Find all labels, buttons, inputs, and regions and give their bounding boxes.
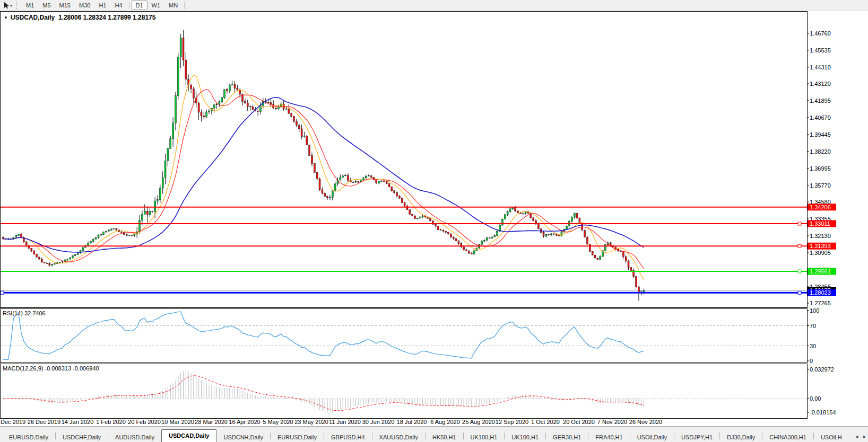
chart-tab-fra40-h1[interactable]: FRA40,H1	[588, 432, 629, 442]
cursor-tool-button[interactable]: ▾	[0, 1, 14, 10]
pane-borders	[1, 12, 808, 419]
date-axis: 7 Dec 201926 Dec 201914 Jan 20201 Feb 20…	[0, 419, 662, 425]
chart-title-text: USDCAD,Daily 1.28006 1.28324 1.27899 1.2…	[11, 14, 156, 21]
chart-tab-hk50-h1[interactable]: HK50,H1	[426, 432, 463, 442]
svg-text:23 May 2020: 23 May 2020	[294, 419, 328, 425]
timeframe-button-m5[interactable]: M5	[38, 1, 55, 10]
svg-text:1.43120: 1.43120	[810, 81, 831, 87]
rsi-label: RSI(14) 32.7406	[3, 310, 46, 316]
chart-tabs-bar: EURUSD,DailyUSDCHF,DailyAUDUSD,DailyUSDC…	[0, 426, 868, 442]
collapse-triangle-icon[interactable]: ▼	[4, 15, 8, 20]
tab-scroll-right-icon[interactable]: ►	[862, 434, 867, 439]
chart-tab-gbpusd-h4[interactable]: GBPUSD,H4	[324, 432, 372, 442]
svg-text:20 Oct 2020: 20 Oct 2020	[563, 419, 595, 425]
toolbar-separator	[129, 2, 129, 9]
timeframe-button-mn[interactable]: MN	[164, 1, 182, 10]
svg-text:0: 0	[810, 358, 813, 364]
svg-text:1.39445: 1.39445	[810, 131, 831, 138]
timeframe-button-h4[interactable]: H4	[110, 1, 126, 10]
svg-text:1.29561: 1.29561	[810, 268, 831, 275]
chart-tab-dj30-daily[interactable]: DJ30,Daily	[720, 432, 762, 442]
tab-scroll-left-icon[interactable]: ◄	[854, 434, 859, 439]
svg-text:1.34206: 1.34206	[810, 204, 831, 210]
svg-text:1.44310: 1.44310	[810, 64, 831, 70]
svg-text:10 Mar 2020: 10 Mar 2020	[161, 419, 194, 425]
cursor-arrow-icon	[3, 2, 10, 9]
svg-text:1 Oct 2020: 1 Oct 2020	[531, 419, 560, 425]
rsi-indicator	[3, 312, 644, 359]
svg-text:12 Sep 2020: 12 Sep 2020	[496, 419, 528, 425]
moving-averages	[3, 75, 644, 280]
chart-tab-usdcad-daily[interactable]: USDCAD,Daily	[161, 429, 216, 442]
candles-layer	[3, 30, 645, 300]
svg-text:20 Feb 2020: 20 Feb 2020	[128, 419, 161, 425]
svg-text:1.38220: 1.38220	[810, 148, 831, 155]
chart-tab-audusd-daily[interactable]: AUDUSD,Daily	[108, 432, 161, 442]
svg-text:0.032972: 0.032972	[810, 366, 834, 373]
svg-text:1.28023: 1.28023	[810, 289, 831, 296]
mt4-window: ▾ M1M5M15M30H1H4D1W1MN 1.467601.455351.4…	[0, 0, 868, 442]
chart-tab-usdjpy-h1[interactable]: USDJPY,H1	[674, 432, 719, 442]
timeframe-button-w1[interactable]: W1	[147, 1, 165, 10]
chart-title: ▼ USDCAD,Daily 1.28006 1.28324 1.27899 1…	[4, 14, 155, 21]
chart-tab-usoil-daily[interactable]: USOil,Daily	[630, 432, 674, 442]
timeframe-button-m30[interactable]: M30	[75, 1, 94, 10]
svg-text:1.27265: 1.27265	[810, 300, 831, 306]
svg-text:16 Apr 2020: 16 Apr 2020	[229, 419, 260, 425]
svg-text:30 Jun 2020: 30 Jun 2020	[362, 419, 395, 425]
svg-text:26 Dec 2019: 26 Dec 2019	[28, 419, 60, 425]
svg-text:70: 70	[810, 323, 816, 329]
svg-text:-0.018154: -0.018154	[810, 409, 836, 416]
macd-label: MACD(12,26,9) -0.008313 -0.006940	[3, 365, 99, 372]
chart-tab-usoil-h[interactable]: USOil,H	[814, 432, 849, 442]
svg-text:100: 100	[810, 307, 819, 314]
svg-text:1.33011: 1.33011	[810, 220, 830, 227]
horizontal-lines-layer[interactable]	[0, 207, 807, 294]
svg-text:7 Nov 2020: 7 Nov 2020	[597, 419, 627, 425]
chart-tab-usdchf-daily[interactable]: USDCHF,Daily	[56, 432, 108, 442]
chart-tab-china300-h1[interactable]: CHINA300,H1	[762, 432, 813, 442]
svg-text:1.45535: 1.45535	[810, 47, 831, 54]
svg-text:11 Jun 2020: 11 Jun 2020	[329, 419, 361, 425]
chart-tab-eurusd-daily[interactable]: EURUSD,Daily	[2, 432, 55, 442]
tab-scroll-arrows: ◄ ►	[851, 434, 867, 439]
svg-text:1.30905: 1.30905	[810, 250, 831, 256]
chevron-down-icon: ▾	[10, 3, 12, 8]
svg-text:1.46760: 1.46760	[810, 30, 831, 37]
chart-tab-uk100-h1[interactable]: UK100,H1	[464, 432, 505, 442]
svg-text:30: 30	[810, 343, 816, 349]
chart-canvas[interactable]: 1.467601.455351.443101.431201.418951.406…	[0, 11, 868, 426]
svg-text:28 Mar 2020: 28 Mar 2020	[195, 419, 228, 425]
svg-text:1.36995: 1.36995	[810, 165, 831, 172]
svg-text:25 Aug 2020: 25 Aug 2020	[462, 419, 495, 425]
svg-text:1.32130: 1.32130	[810, 233, 831, 239]
timeframe-button-m1[interactable]: M1	[22, 1, 38, 10]
timeframe-button-m15[interactable]: M15	[55, 1, 75, 10]
svg-text:14 Jan 2020: 14 Jan 2020	[62, 419, 94, 425]
macd-indicator	[3, 371, 644, 413]
svg-text:26 Nov 2020: 26 Nov 2020	[629, 419, 662, 425]
svg-text:0.00: 0.00	[810, 395, 821, 402]
toolbar-separator	[184, 2, 185, 9]
chart-tab-xauusd-daily[interactable]: XAUUSD,Daily	[372, 432, 425, 442]
svg-text:6 Aug 2020: 6 Aug 2020	[430, 419, 460, 425]
svg-text:1 Feb 2020: 1 Feb 2020	[96, 419, 126, 425]
indicator-level-lines	[0, 326, 807, 399]
svg-text:5 May 2020: 5 May 2020	[263, 419, 293, 425]
svg-text:1.31393: 1.31393	[810, 243, 831, 249]
svg-text:7 Dec 2019: 7 Dec 2019	[0, 419, 25, 425]
toolbar-grip-handle[interactable]	[16, 2, 19, 9]
svg-text:1.40670: 1.40670	[810, 114, 831, 121]
svg-text:18 Jul 2020: 18 Jul 2020	[397, 419, 427, 425]
chart-tab-eurusd-daily[interactable]: EURUSD,Daily	[271, 432, 324, 442]
chart-tab-ger30-h1[interactable]: GER30,H1	[546, 432, 588, 442]
chart-tab-uk100-h1[interactable]: UK100,H1	[505, 432, 545, 442]
timeframe-toolbar: ▾ M1M5M15M30H1H4D1W1MN	[0, 0, 868, 11]
timeframe-button-h1[interactable]: H1	[94, 1, 110, 10]
chart-area: 1.467601.455351.443101.431201.418951.406…	[0, 11, 868, 426]
chart-tab-usdcnh-daily[interactable]: USDCNH,Daily	[216, 432, 270, 442]
svg-text:1.41895: 1.41895	[810, 98, 831, 104]
svg-text:1.35770: 1.35770	[810, 182, 831, 189]
timeframe-button-d1[interactable]: D1	[132, 1, 147, 10]
